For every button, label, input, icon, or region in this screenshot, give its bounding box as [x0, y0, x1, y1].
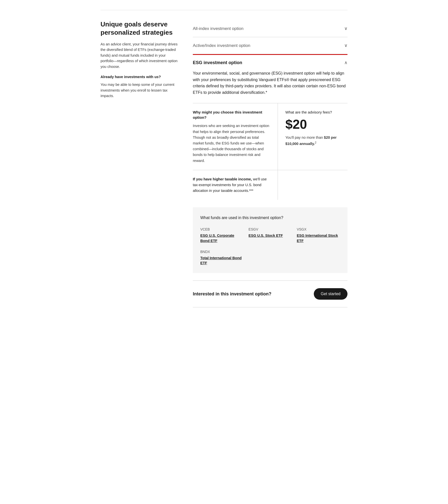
fee-amount: $20	[285, 118, 347, 131]
esg-section: ESG investment option ∧ Your environment…	[193, 54, 347, 307]
fund-ticker: VCEB	[200, 227, 243, 232]
tax-section: If you have higher taxable income, we'll…	[193, 170, 347, 200]
fund-ticker: VSGX	[297, 227, 340, 232]
fund-name[interactable]: ESG International Stock ETF	[297, 233, 340, 243]
fee-superscript: 2	[315, 141, 316, 144]
already-have-heading: Already have investments with us?	[101, 74, 178, 80]
fund-name[interactable]: ESG U.S. Corporate Bond ETF	[200, 233, 243, 243]
chevron-down-icon-2: ∨	[344, 42, 347, 49]
cta-section: Interested in this investment option? Ge…	[193, 280, 347, 307]
get-started-button[interactable]: Get started	[314, 288, 347, 300]
funds-heading: What funds are used in this investment o…	[200, 215, 340, 221]
fees-heading: What are the advisory fees?	[285, 110, 347, 115]
why-choose-heading: Why might you choose this investment opt…	[193, 110, 270, 120]
fee-description-text: You'll pay no more than	[285, 135, 323, 139]
fund-ticker: ESGV	[248, 227, 292, 232]
accordion-active-index-title: Active/Index investment option	[193, 42, 250, 49]
intro-text: As an advice client, your financial jour…	[101, 41, 178, 69]
accordion-active-index-header[interactable]: Active/Index investment option ∨	[193, 42, 347, 49]
info-columns: Why might you choose this investment opt…	[193, 103, 347, 170]
why-choose-text: Investors who are seeking an investment …	[193, 123, 270, 163]
tax-bold: If you have higher taxable income,	[193, 177, 252, 181]
fund-item: ESGVESG U.S. Stock ETF	[248, 227, 292, 243]
fees-section: What are the advisory fees? $20 You'll p…	[278, 103, 347, 170]
fund-ticker: BNDX	[200, 249, 243, 254]
funds-section: What funds are used in this investment o…	[193, 207, 347, 273]
chevron-down-icon-1: ∨	[344, 25, 347, 32]
accordion-all-index-header[interactable]: All-index investment option ∨	[193, 25, 347, 32]
fee-description: You'll pay no more than $20 per $10,000 …	[285, 135, 347, 147]
why-choose-section: Why might you choose this investment opt…	[193, 103, 278, 170]
funds-grid: VCEBESG U.S. Corporate Bond ETFESGVESG U…	[200, 227, 340, 265]
fund-name[interactable]: ESG U.S. Stock ETF	[248, 233, 292, 238]
page-wrapper: Unique goals deserve personalized strate…	[93, 0, 355, 322]
cta-heading: Interested in this investment option?	[193, 291, 271, 297]
main-layout: Unique goals deserve personalized strate…	[101, 20, 347, 307]
page-heading: Unique goals deserve personalized strate…	[101, 20, 178, 36]
tax-left: If you have higher taxable income, we'll…	[193, 170, 278, 200]
esg-title: ESG investment option	[193, 59, 242, 66]
accordion-all-index-title: All-index investment option	[193, 25, 243, 32]
already-have-text: You may be able to keep some of your cur…	[101, 82, 178, 99]
fund-name[interactable]: Total International Bond ETF	[200, 255, 243, 266]
accordion-all-index: All-index investment option ∨	[193, 20, 347, 37]
esg-header[interactable]: ESG investment option ∧	[193, 55, 347, 70]
accordion-active-index: Active/Index investment option ∨	[193, 37, 347, 54]
right-column: All-index investment option ∨ Active/Ind…	[193, 20, 347, 307]
chevron-up-icon: ∧	[344, 59, 347, 66]
top-divider	[101, 10, 347, 10]
tax-text: If you have higher taxable income, we'll…	[193, 176, 270, 194]
fund-item: VCEBESG U.S. Corporate Bond ETF	[200, 227, 243, 243]
fund-item: VSGXESG International Stock ETF	[297, 227, 340, 243]
left-column: Unique goals deserve personalized strate…	[101, 20, 178, 99]
fund-item: BNDXTotal International Bond ETF	[200, 249, 243, 266]
tax-right	[278, 170, 347, 200]
esg-description: Your environmental, social, and governan…	[193, 70, 347, 96]
